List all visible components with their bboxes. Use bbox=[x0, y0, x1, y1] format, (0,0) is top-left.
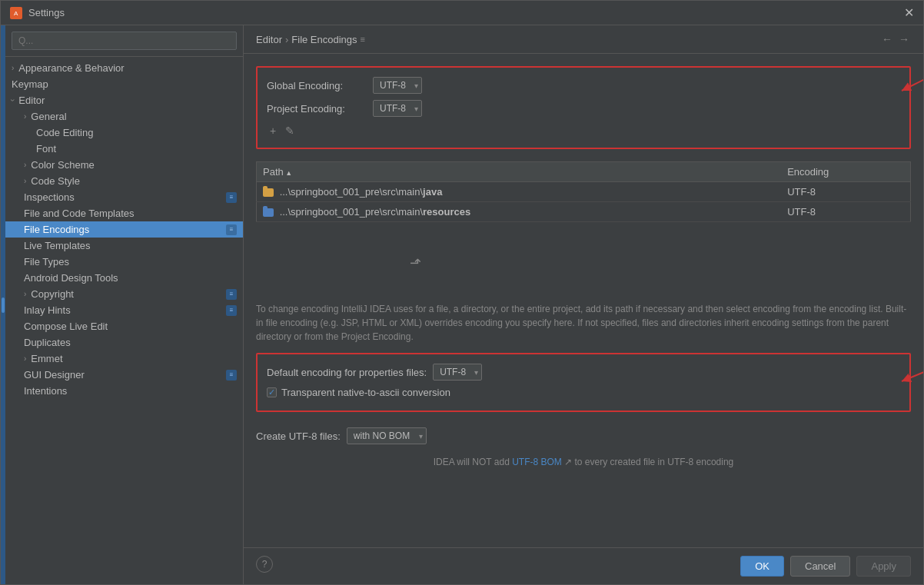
empty-table-area: ⬏ bbox=[256, 231, 911, 293]
right-panel-wrapper: Editor › File Encodings ≡ ← → bbox=[244, 25, 923, 584]
folder-icon bbox=[263, 188, 274, 197]
sidebar-item-label: Copyright bbox=[31, 288, 74, 300]
left-strip-indicator bbox=[2, 297, 5, 313]
main-content: › Appearance & Behavior Keymap › Editor … bbox=[1, 25, 923, 584]
sidebar-item-label: File and Code Templates bbox=[24, 208, 135, 219]
sidebar-item-code-editing[interactable]: Code Editing bbox=[5, 125, 243, 141]
bom-info: IDEA will NOT add UTF-8 BOM ↗ to every c… bbox=[256, 457, 911, 467]
menu-icon[interactable]: ≡ bbox=[361, 35, 365, 44]
project-encoding-row: Project Encoding: UTF-8 bbox=[267, 100, 900, 117]
badge-icon: ≡ bbox=[226, 192, 237, 203]
global-encoding-row: Global Encoding: UTF-8 bbox=[267, 77, 900, 94]
chevron-icon: › bbox=[8, 99, 17, 101]
col-path-header[interactable]: Path bbox=[257, 162, 782, 182]
checkbox-label: Transparent native-to-ascii conversion bbox=[281, 387, 450, 398]
sidebar-item-label: Duplicates bbox=[24, 337, 71, 348]
default-encoding-select-wrapper: UTF-8 bbox=[433, 364, 482, 381]
sidebar-item-label: File Types bbox=[24, 256, 69, 268]
sidebar-item-label: Appearance & Behavior bbox=[18, 62, 124, 74]
bom-row: Create UTF-8 files: with NO BOM bbox=[256, 427, 911, 444]
sidebar: › Appearance & Behavior Keymap › Editor … bbox=[5, 25, 244, 584]
sidebar-tree: › Appearance & Behavior Keymap › Editor … bbox=[5, 57, 243, 584]
chevron-icon: › bbox=[24, 112, 26, 121]
chevron-icon: › bbox=[24, 290, 26, 298]
table-row[interactable]: ...\springboot_001_pre\src\main\java UTF… bbox=[257, 182, 911, 202]
sidebar-item-file-types[interactable]: File Types bbox=[5, 254, 243, 270]
sidebar-item-intentions[interactable]: Intentions bbox=[5, 383, 243, 399]
chevron-icon: › bbox=[24, 177, 26, 185]
breadcrumb-parent: Editor bbox=[256, 34, 282, 45]
sidebar-item-label: Intentions bbox=[24, 385, 67, 397]
cancel-button[interactable]: Cancel bbox=[790, 556, 850, 577]
footer: ? OK Cancel Apply bbox=[244, 547, 923, 584]
app-icon: A bbox=[10, 7, 22, 19]
properties-encoding-box: Default encoding for properties files: U… bbox=[256, 353, 911, 412]
sidebar-item-label: Android Design Tools bbox=[24, 272, 118, 284]
breadcrumb-current: File Encodings bbox=[291, 34, 357, 45]
path-prefix: ...\springboot_001_pre\src\main\ bbox=[280, 186, 423, 198]
info-text: To change encoding IntelliJ IDEA uses fo… bbox=[256, 302, 911, 344]
bom-link[interactable]: UTF-8 BOM bbox=[512, 457, 562, 467]
settings-dialog: A Settings ✕ › Appearance & Behavior bbox=[0, 0, 924, 585]
project-encoding-label: Project Encoding: bbox=[267, 103, 367, 115]
sidebar-item-editor[interactable]: › Editor bbox=[5, 92, 243, 108]
sidebar-item-color-scheme[interactable]: › Color Scheme bbox=[5, 157, 243, 173]
left-strip bbox=[1, 25, 5, 584]
table-row[interactable]: ...\springboot_001_pre\src\main\resource… bbox=[257, 202, 911, 222]
add-path-button[interactable]: + bbox=[267, 123, 279, 138]
breadcrumb-bar: Editor › File Encodings ≡ ← → bbox=[244, 25, 923, 54]
sidebar-item-label: Font bbox=[36, 143, 56, 155]
sidebar-item-emmet[interactable]: › Emmet bbox=[5, 351, 243, 367]
apply-button[interactable]: Apply bbox=[856, 556, 911, 577]
table-cell-path: ...\springboot_001_pre\src\main\java bbox=[257, 182, 782, 202]
nav-arrows: ← → bbox=[880, 32, 911, 47]
titlebar: A Settings ✕ bbox=[1, 1, 923, 25]
project-encoding-select-wrapper: UTF-8 bbox=[373, 100, 422, 117]
bom-info-prefix: IDEA will NOT add bbox=[434, 457, 512, 467]
transparent-conversion-checkbox[interactable]: ✓ bbox=[267, 387, 277, 397]
sidebar-item-code-style[interactable]: › Code Style bbox=[5, 173, 243, 189]
panel-content: Global Encoding: UTF-8 Project Encoding: bbox=[244, 54, 923, 547]
help-button[interactable]: ? bbox=[256, 556, 273, 573]
forward-button[interactable]: → bbox=[897, 32, 911, 47]
sidebar-item-android-design-tools[interactable]: Android Design Tools bbox=[5, 270, 243, 286]
svg-text:A: A bbox=[14, 10, 18, 17]
sidebar-item-label: File Encodings bbox=[24, 224, 89, 235]
sidebar-item-inspections[interactable]: Inspections ≡ bbox=[5, 189, 243, 205]
chevron-icon: › bbox=[24, 354, 26, 363]
bom-icon: ↗ bbox=[562, 457, 572, 467]
sidebar-item-label: Compose Live Edit bbox=[24, 321, 108, 332]
chevron-icon: › bbox=[12, 64, 14, 72]
sidebar-item-live-templates[interactable]: Live Templates bbox=[5, 238, 243, 254]
ok-button[interactable]: OK bbox=[740, 556, 784, 577]
back-button[interactable]: ← bbox=[880, 32, 894, 47]
chevron-icon: › bbox=[24, 161, 26, 169]
default-encoding-select[interactable]: UTF-8 bbox=[433, 364, 482, 381]
col-encoding-header[interactable]: Encoding bbox=[781, 162, 910, 182]
sidebar-item-file-and-code-templates[interactable]: File and Code Templates bbox=[5, 205, 243, 221]
bom-info-suffix: to every created file in UTF-8 encoding bbox=[572, 457, 733, 467]
sidebar-item-general[interactable]: › General bbox=[5, 108, 243, 125]
sidebar-item-font[interactable]: Font bbox=[5, 141, 243, 157]
sidebar-item-inlay-hints[interactable]: Inlay Hints ≡ bbox=[5, 302, 243, 318]
edit-path-button[interactable]: ✎ bbox=[282, 123, 297, 138]
sidebar-item-copyright[interactable]: › Copyright ≡ bbox=[5, 286, 243, 302]
sidebar-item-label: Live Templates bbox=[24, 240, 90, 251]
encoding-settings-box: Global Encoding: UTF-8 Project Encoding: bbox=[256, 66, 911, 149]
global-encoding-select-wrapper: UTF-8 bbox=[373, 77, 422, 94]
sidebar-item-label: Code Editing bbox=[36, 127, 93, 138]
global-encoding-select[interactable]: UTF-8 bbox=[373, 77, 422, 94]
search-input[interactable] bbox=[12, 32, 237, 50]
sidebar-item-duplicates[interactable]: Duplicates bbox=[5, 334, 243, 351]
path-prefix: ...\springboot_001_pre\src\main\ bbox=[280, 206, 423, 218]
sidebar-item-appearance[interactable]: › Appearance & Behavior bbox=[5, 60, 243, 76]
sidebar-item-label: Code Style bbox=[31, 175, 80, 187]
project-encoding-select[interactable]: UTF-8 bbox=[373, 100, 422, 117]
bom-select[interactable]: with NO BOM bbox=[347, 427, 427, 444]
sidebar-item-gui-designer[interactable]: GUI Designer ≡ bbox=[5, 367, 243, 383]
close-button[interactable]: ✕ bbox=[904, 5, 914, 20]
sidebar-item-keymap[interactable]: Keymap bbox=[5, 76, 243, 92]
sidebar-item-file-encodings[interactable]: File Encodings ≡ bbox=[5, 221, 243, 238]
checkbox-row: ✓ Transparent native-to-ascii conversion bbox=[267, 387, 900, 398]
sidebar-item-compose-live-edit[interactable]: Compose Live Edit bbox=[5, 318, 243, 334]
